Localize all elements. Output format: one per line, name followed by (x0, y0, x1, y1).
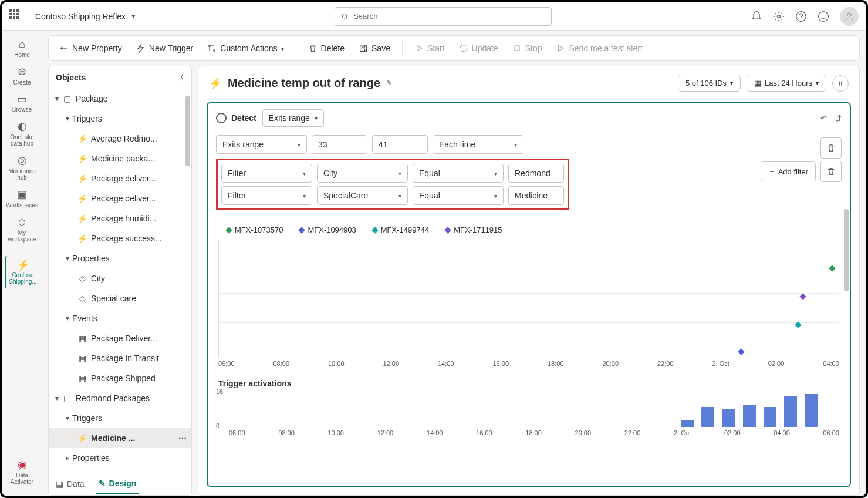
tree-events[interactable]: ▾Events (49, 308, 191, 328)
svg-rect-8 (515, 46, 519, 51)
pause-button[interactable] (832, 75, 849, 92)
scrollbar-thumb[interactable] (185, 96, 190, 166)
filter-op-dropdown[interactable]: Equal▾ (413, 164, 504, 183)
chart2-title: Trigger activations (218, 374, 839, 391)
tree-property-item[interactable]: ◇City (49, 268, 191, 288)
tree-trigger-selected[interactable]: ⚡Medicine ...⋯ (49, 428, 191, 448)
objects-panel: Objects 〈 ▾▢Package ▾Triggers ⚡Average R… (48, 66, 192, 496)
tree-trigger-item[interactable]: ⚡Package deliver... (49, 189, 191, 208)
delete-button[interactable]: Delete (302, 40, 350, 56)
tree-redmond-properties[interactable]: ▸Properties (49, 448, 191, 468)
filter-type-dropdown[interactable]: Filter▾ (221, 186, 312, 205)
tree-trigger-item[interactable]: ⚡Medicine packa... (49, 149, 191, 169)
bar-chart: 16 0 (218, 391, 839, 427)
rail-workspaces[interactable]: ▣Workspaces (5, 186, 40, 212)
objects-tree: ▾▢Package ▾Triggers ⚡Average Redmo... ⚡M… (49, 89, 191, 472)
tree-event-item[interactable]: ▦Package Shipped (49, 368, 191, 388)
tree-event-item[interactable]: ▦Package Deliver... (49, 328, 191, 348)
search-field[interactable] (353, 12, 545, 21)
rail-onelake[interactable]: ◐OneLake data hub (5, 117, 40, 150)
app-title[interactable]: Contoso Shipping Reflex (35, 12, 126, 21)
tree-trigger-item[interactable]: ⚡Package humidi... (49, 208, 191, 228)
rail-home[interactable]: ⌂Home (5, 35, 40, 62)
search-icon (341, 12, 349, 21)
bolt-icon: ⚡ (209, 77, 222, 90)
undo-icon[interactable]: ↶ (820, 114, 827, 123)
time-range-dropdown[interactable]: ▦Last 24 Hours▾ (747, 75, 826, 92)
tree-redmond[interactable]: ▾▢Redmond Packages (49, 388, 191, 408)
svg-point-4 (847, 13, 851, 16)
save-button[interactable]: Save (353, 40, 396, 56)
command-bar: New Property New Trigger Custom Actions▾… (48, 35, 860, 61)
new-property-button[interactable]: New Property (53, 40, 128, 56)
tree-event-item[interactable]: ▦Package In Transit (49, 348, 191, 368)
detect-label: Detect (231, 113, 256, 123)
tree-redmond-triggers[interactable]: ▾Triggers (49, 408, 191, 428)
search-input[interactable] (335, 7, 552, 26)
svg-point-0 (342, 14, 347, 18)
x-axis: 06:0008:0010:0012:0014:0016:0018:0020:00… (218, 358, 839, 374)
filter-field-dropdown[interactable]: City▾ (317, 164, 408, 183)
app-launcher-icon[interactable] (9, 9, 23, 23)
adjust-icon[interactable]: ⇵ (835, 114, 842, 123)
filter-field-dropdown[interactable]: SpecialCare▾ (317, 186, 408, 205)
new-trigger-button[interactable]: New Trigger (130, 40, 199, 56)
help-icon[interactable] (795, 11, 807, 22)
target-icon (216, 113, 227, 123)
stop-button[interactable]: Stop (506, 40, 548, 56)
left-rail: ⌂Home ⊕Create ▭Browse ◐OneLake data hub … (2, 31, 42, 496)
chevron-down-icon[interactable]: ▾ (131, 12, 136, 21)
svg-rect-7 (360, 45, 367, 52)
rail-browse[interactable]: ▭Browse (5, 90, 40, 117)
tree-package[interactable]: ▾▢Package (49, 89, 191, 109)
tab-design[interactable]: ✎Design (96, 474, 139, 494)
page-title: Medicine temp out of range (228, 76, 380, 90)
detect-card: Detect Exits range▾ ↶ ⇵ Exits range▾ 33 … (207, 102, 851, 487)
rail-create[interactable]: ⊕Create (5, 63, 40, 89)
detect-mode-dropdown[interactable]: Exits range▾ (262, 109, 324, 127)
topbar: Contoso Shipping Reflex ▾ (2, 2, 866, 31)
rail-my-workspace[interactable]: ☺My workspace (5, 213, 40, 246)
svg-point-3 (819, 11, 829, 21)
tab-data[interactable]: ▦Data (53, 475, 87, 493)
rail-data-activator[interactable]: ◉Data Activator (5, 456, 40, 489)
condition-mode-dropdown[interactable]: Exits range▾ (216, 135, 307, 154)
user-avatar[interactable] (840, 7, 859, 26)
filter-value-input[interactable]: Redmond (508, 164, 564, 183)
settings-icon[interactable] (773, 11, 785, 22)
frequency-dropdown[interactable]: Each time▾ (433, 135, 523, 154)
svg-point-1 (777, 15, 780, 18)
update-button[interactable]: Update (453, 40, 504, 56)
tree-trigger-item[interactable]: ⚡Average Redmo... (49, 129, 191, 149)
edit-title-icon[interactable]: ✎ (386, 79, 393, 88)
add-filter-button[interactable]: ＋Add filter (761, 161, 816, 181)
tree-properties[interactable]: ▾Properties (49, 248, 191, 268)
custom-actions-button[interactable]: Custom Actions▾ (201, 40, 289, 56)
tree-triggers[interactable]: ▾Triggers (49, 109, 191, 129)
collapse-panel-icon[interactable]: 〈 (176, 72, 184, 83)
send-test-alert-button[interactable]: Send me a test alert (550, 40, 648, 56)
svg-point-6 (214, 50, 215, 52)
scatter-chart (218, 240, 839, 358)
rail-contoso-shipping[interactable]: ⚡Contoso Shipping... (5, 256, 40, 289)
filter-value-input[interactable]: Medicine (508, 186, 564, 205)
ids-filter-dropdown[interactable]: 5 of 106 IDs▾ (678, 75, 741, 92)
tree-trigger-item[interactable]: ⚡Package success... (49, 228, 191, 248)
filter-type-dropdown[interactable]: Filter▾ (221, 164, 312, 183)
svg-point-5 (209, 45, 211, 47)
scrollbar-thumb[interactable] (844, 209, 849, 291)
y-tick: 16 (216, 388, 223, 395)
filters-highlight: Filter▾ City▾ Equal▾ Redmond Filter▾ Spe… (216, 159, 569, 210)
range-low-input[interactable]: 33 (312, 135, 367, 154)
tree-trigger-item[interactable]: ⚡Package deliver... (49, 169, 191, 189)
delete-filter-button[interactable] (820, 137, 842, 159)
x-axis-2: 06:0008:0010:0012:0014:0016:0018:0020:00… (218, 427, 839, 443)
feedback-icon[interactable] (818, 11, 829, 22)
rail-monitoring[interactable]: ◎Monitoring hub (5, 152, 40, 184)
start-button[interactable]: Start (408, 40, 451, 56)
tree-property-item[interactable]: ◇Special care (49, 288, 191, 308)
notifications-icon[interactable] (751, 11, 762, 22)
range-high-input[interactable]: 41 (372, 135, 428, 154)
delete-filter-button[interactable] (820, 161, 842, 182)
filter-op-dropdown[interactable]: Equal▾ (413, 186, 504, 205)
